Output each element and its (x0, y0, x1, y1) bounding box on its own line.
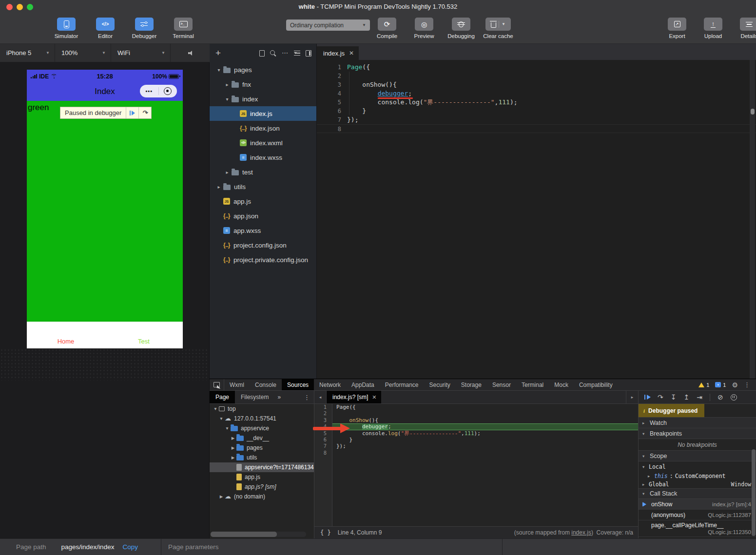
navigator-tab-overflow[interactable]: » (274, 391, 284, 403)
step-icon[interactable]: ⇥ (697, 394, 702, 401)
toolbar-button-simulator[interactable]: Simulator (54, 18, 79, 39)
callstack-frame-anonymous[interactable]: (anonymous)QLogic.js:112387 (639, 510, 756, 520)
toolbar-button-clear-cache[interactable]: ▼Clear cache (485, 18, 511, 39)
sources-tab-indexjs-sm[interactable]: index.js? [sm]✕ (327, 391, 381, 403)
more-menu-button[interactable]: ••• (140, 89, 158, 94)
deactivate-breakpoints-icon[interactable]: ⊘ (717, 394, 723, 401)
step-over-icon[interactable]: ↷ (658, 394, 663, 401)
phone-preview[interactable]: IDE 15:28 100% Index ••• green (27, 70, 183, 348)
messages-badge[interactable]: ▪1 (715, 382, 726, 388)
explorer-item-index-wxss[interactable]: index.wxss (210, 150, 316, 165)
tab-scroll-left-icon[interactable]: ◂ (314, 391, 327, 403)
compilation-mode-select[interactable]: Ordinary compilation ▼ (286, 19, 370, 31)
scope-row-this[interactable]: ▸this: CustomComponent (639, 472, 756, 480)
devtools-tab-console[interactable]: Console (250, 379, 282, 390)
explorer-item-test[interactable]: ▸test (210, 165, 316, 179)
step-into-icon[interactable]: ↧ (671, 394, 677, 401)
explorer-item-fnx[interactable]: ▸fnx (210, 77, 316, 92)
phone-tab-test[interactable]: Test (105, 322, 183, 348)
toolbar-button-upload[interactable]: ↑Upload (700, 18, 726, 39)
pause-on-exceptions-icon[interactable] (731, 394, 737, 401)
sources-tree-item-app-js-sm[interactable]: app.js? [sm] (210, 482, 314, 492)
kebab-menu-icon[interactable]: ⋮ (304, 391, 314, 403)
sources-tree-item-utils[interactable]: ▶utils (210, 453, 314, 462)
new-file-icon[interactable] (259, 50, 265, 57)
watch-section-header[interactable]: ▸Watch (639, 418, 756, 428)
vertical-scrollbar[interactable] (752, 449, 756, 536)
line-number[interactable]: 2 (314, 410, 330, 417)
add-file-button[interactable]: + (215, 49, 221, 57)
explorer-item-project-config-json[interactable]: project.config.json (210, 238, 316, 252)
search-icon[interactable] (270, 50, 276, 57)
explorer-item-pages[interactable]: ▾pages (210, 62, 316, 77)
callstack-frame-onshow[interactable]: onShowindex.js? [sm]:4 (639, 499, 756, 510)
sources-tree-item-pages[interactable]: ▶pages (210, 443, 314, 453)
network-select[interactable]: WiFi▼ (111, 44, 171, 62)
scope-row-local[interactable]: ▾Local (639, 461, 756, 472)
settings-gear-icon[interactable]: ⚙ (732, 381, 738, 389)
devtools-tab-mock[interactable]: Mock (549, 379, 574, 390)
line-number[interactable]: 2 (317, 72, 341, 80)
devtools-tab-terminal[interactable]: Terminal (516, 379, 549, 390)
line-number[interactable]: 7 (317, 115, 341, 124)
line-number[interactable]: 1 (314, 404, 330, 410)
exit-miniprogram-button[interactable] (159, 87, 177, 95)
line-number[interactable]: 1 (317, 63, 341, 72)
sources-tree-item-127-0-0-1-57541[interactable]: ▼127.0.0.1:57541 (210, 414, 314, 423)
explorer-item-index-js[interactable]: index.js (210, 106, 316, 121)
close-icon[interactable]: ✕ (372, 394, 376, 401)
pretty-print-icon[interactable]: { } (320, 529, 331, 536)
devtools-tab-security[interactable]: Security (424, 379, 455, 390)
resume-script-button[interactable] (126, 107, 138, 118)
breakpoints-section-header[interactable]: ▾Breakpoints (639, 428, 756, 439)
toolbar-button-export[interactable]: ↗Export (664, 18, 690, 39)
sources-tree-item-appservice[interactable]: ▼appservice (210, 423, 314, 433)
scope-row-global[interactable]: ▸GlobalWindow (639, 480, 756, 488)
editor-tab-indexjs[interactable]: index.js✕ (317, 46, 359, 60)
explorer-item-index[interactable]: ▾index (210, 92, 316, 106)
explorer-item-project-private-config-json[interactable]: project.private.config.json (210, 252, 316, 267)
sources-tree-item-no-domain[interactable]: ▶(no domain) (210, 492, 314, 501)
devtools-tab-sensor[interactable]: Sensor (487, 379, 516, 390)
devtools-tab-network[interactable]: Network (314, 379, 346, 390)
line-number[interactable]: 3 (317, 80, 341, 89)
toggle-panel-icon[interactable] (306, 50, 311, 57)
device-select[interactable]: iPhone 5▼ (0, 44, 55, 62)
toolbar-button-details[interactable]: Details (737, 18, 756, 39)
line-number[interactable]: 3 (314, 417, 330, 423)
explorer-item-app-json[interactable]: app.json (210, 209, 316, 223)
line-number[interactable]: 6 (314, 437, 330, 443)
sources-tree-item-appservice-t-1717486134[interactable]: appservice?t=1717486134 (210, 462, 314, 472)
callstack-frame-page-callpagelifetime[interactable]: page.__callPageLifeTime__QLogic.js:11235… (639, 520, 756, 537)
explorer-item-utils[interactable]: ▸utils (210, 179, 316, 194)
devtools-tab-sources[interactable]: Sources (282, 379, 314, 390)
sources-tree-item-dev[interactable]: ▶__dev__ (210, 433, 314, 443)
source-map-link[interactable]: index.js (571, 529, 591, 536)
code-editor[interactable]: index.js✕ 1Page({2 3 onShow(){4 debugger… (317, 44, 756, 379)
devtools-tab-performance[interactable]: Performance (380, 379, 424, 390)
toolbar-button-debugger[interactable]: Debugger (132, 18, 157, 39)
copy-link[interactable]: Copy (122, 543, 138, 551)
step-over-button[interactable]: ↷ (138, 107, 151, 118)
explorer-item-app-js[interactable]: app.js (210, 194, 316, 209)
toolbar-button-editor[interactable]: </>Editor (93, 18, 118, 39)
navigator-tab-filesystem[interactable]: Filesystem (235, 391, 274, 403)
line-number[interactable]: 4 (317, 89, 341, 98)
explorer-item-app-wxss[interactable]: app.wxss (210, 223, 316, 238)
toolbar-button-debugging[interactable]: Debugging (448, 18, 474, 39)
resume-script-icon[interactable] (644, 395, 650, 400)
zoom-select[interactable]: 100%▼ (55, 44, 111, 62)
tab-scroll-right-icon[interactable]: ▸ (626, 391, 638, 403)
inspect-element-button[interactable] (210, 379, 224, 390)
kebab-menu-icon[interactable]: ⋮ (744, 381, 750, 388)
warnings-badge[interactable]: 1 (698, 382, 709, 388)
toolbar-button-terminal[interactable]: >_Terminal (171, 18, 196, 39)
sources-code-area[interactable]: 1Page({2 3 onShow(){4 debugger;5 console… (314, 404, 638, 526)
devtools-tab-appdata[interactable]: AppData (346, 379, 380, 390)
scope-section-header[interactable]: ▾Scope (639, 451, 756, 461)
editor-scrollbar[interactable] (750, 60, 755, 379)
explorer-item-index-wxml[interactable]: index.wxml (210, 135, 316, 150)
explorer-item-index-json[interactable]: index.json (210, 121, 316, 135)
editor-code-area[interactable]: 1Page({2 3 onShow(){4 debugger;5 console… (317, 60, 756, 133)
line-number[interactable]: 8 (317, 125, 341, 133)
